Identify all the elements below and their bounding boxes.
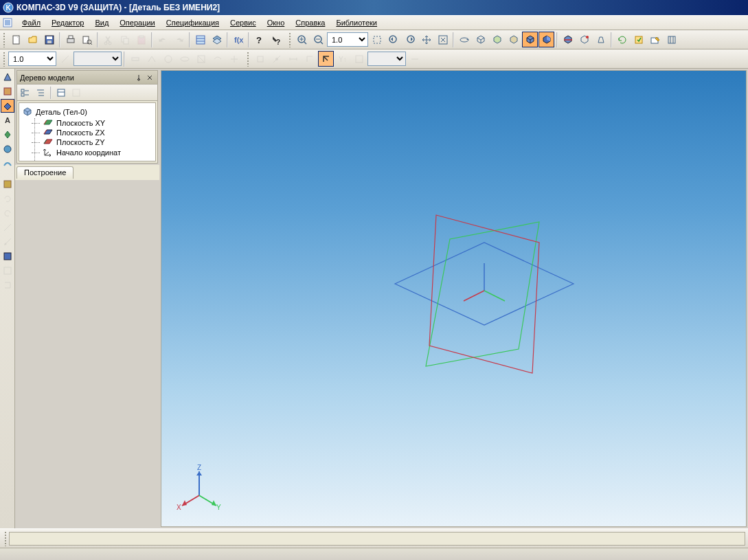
menu-specification[interactable]: Спецификация [161, 17, 225, 28]
zoom-in-button[interactable] [294, 32, 310, 47]
left-tool-8[interactable] [1, 177, 14, 191]
menu-editor[interactable]: Редактор [46, 17, 89, 28]
tool-btn-2[interactable] [127, 51, 143, 67]
iso2-button[interactable] [506, 32, 521, 47]
toolbar-grip-4[interactable] [247, 52, 250, 67]
snap-btn-3[interactable] [285, 51, 301, 67]
left-tool-2[interactable] [1, 85, 14, 98]
zoom-combo[interactable]: 1.0 [327, 32, 368, 47]
left-tool-14[interactable] [1, 264, 14, 278]
toolbar-grip-3[interactable] [3, 52, 6, 67]
menu-libraries[interactable]: Библиотеки [330, 17, 383, 28]
snap-btn-6[interactable] [351, 51, 367, 67]
shade-wireframe-button[interactable] [522, 32, 538, 47]
toolbar-grip[interactable] [3, 32, 6, 47]
rotate-button[interactable] [456, 32, 472, 47]
zoom-next-button[interactable] [402, 32, 418, 47]
print-button[interactable] [63, 32, 78, 47]
orient-button[interactable] [473, 32, 488, 47]
tree-item-plane-zy[interactable]: Плоскость ZY [41, 137, 154, 147]
tree-root-item[interactable]: Деталь (Тел-0) [21, 106, 154, 118]
snap-active-button[interactable] [318, 51, 334, 67]
open-button[interactable] [25, 32, 41, 47]
left-tool-13[interactable] [1, 249, 14, 263]
zoom-window-button[interactable] [369, 32, 385, 47]
simplify-button[interactable] [576, 32, 592, 47]
snap-btn-1[interactable] [252, 51, 268, 67]
tool-btn-7[interactable] [209, 51, 225, 67]
undo-button[interactable] [155, 32, 170, 47]
left-tool-6[interactable] [1, 142, 14, 156]
snap-btn-4[interactable] [302, 51, 317, 67]
save-button[interactable] [41, 32, 57, 47]
menu-file[interactable]: Файл [16, 17, 46, 28]
refresh-button[interactable] [614, 32, 630, 47]
left-tool-15[interactable] [1, 278, 14, 292]
paste-button[interactable] [133, 32, 149, 47]
pan-button[interactable] [418, 32, 434, 47]
status-grip[interactable] [4, 531, 8, 546]
tree-item-origin[interactable]: Начало координат [41, 147, 154, 158]
menu-help[interactable]: Справка [290, 17, 330, 28]
bottom-scroll-bar[interactable] [0, 548, 748, 560]
3d-viewport[interactable]: Z X Y [161, 70, 747, 527]
tree-tab-build[interactable]: Построение [16, 166, 73, 179]
tree-tool-4[interactable] [69, 86, 83, 100]
scale-combo[interactable]: 1.0 [8, 52, 56, 66]
left-tool-7[interactable] [1, 157, 14, 170]
redo-button[interactable] [171, 32, 187, 47]
tool-btn-4[interactable] [160, 51, 176, 67]
tool-btn-6[interactable] [193, 51, 209, 67]
tree-body[interactable]: Деталь (Тел-0) Плоскость XY Плоскость ZX… [19, 102, 156, 161]
snap-btn-2[interactable] [269, 51, 284, 67]
section-button[interactable] [560, 32, 576, 47]
tree-item-plane-xy[interactable]: Плоскость XY [41, 118, 154, 128]
left-tool-1[interactable] [1, 70, 14, 84]
linetype-combo[interactable] [73, 52, 122, 66]
variables-button[interactable]: f(x) [230, 32, 246, 47]
left-tool-9[interactable] [1, 192, 14, 205]
tree-pin-icon[interactable] [134, 73, 144, 82]
iso1-button[interactable] [489, 32, 505, 47]
tree-tool-3[interactable] [54, 86, 68, 100]
toolbar-grip-2[interactable] [288, 32, 292, 47]
tree-tool-2[interactable] [34, 86, 47, 100]
tree-tool-1[interactable] [19, 86, 32, 100]
shade-button[interactable] [539, 32, 554, 47]
snap-btn-7[interactable] [407, 51, 422, 67]
zoom-out-button[interactable] [310, 32, 326, 47]
sketch-button[interactable] [664, 32, 679, 47]
zoom-prev-button[interactable] [385, 32, 401, 47]
tool-btn-3[interactable] [144, 51, 159, 67]
edit-sketch-button[interactable] [647, 32, 663, 47]
left-tool-10[interactable] [1, 206, 14, 220]
menu-view[interactable]: Вид [89, 17, 114, 28]
cut-button[interactable] [100, 32, 116, 47]
left-tool-12[interactable] [1, 235, 14, 249]
tree-item-plane-zx[interactable]: Плоскость ZX [41, 128, 154, 137]
properties-button[interactable] [192, 32, 208, 47]
snap-btn-5[interactable]: Y↑ [335, 51, 350, 67]
menu-window[interactable]: Окно [262, 17, 291, 28]
left-tool-3-active[interactable] [1, 99, 14, 113]
rebuild-button[interactable] [631, 32, 646, 47]
left-tool-4[interactable]: A [1, 113, 14, 127]
svg-point-47 [181, 57, 189, 61]
snap-combo[interactable] [367, 52, 406, 66]
layers-button[interactable] [209, 32, 225, 47]
tool-btn-8[interactable] [226, 51, 242, 67]
tree-close-icon[interactable] [145, 73, 155, 82]
left-tool-5[interactable] [1, 128, 14, 142]
perspective-button[interactable] [593, 32, 609, 47]
preview-button[interactable] [79, 32, 95, 47]
tool-btn-5[interactable] [177, 51, 192, 67]
zoom-fit-button[interactable] [435, 32, 451, 47]
new-button[interactable] [8, 32, 24, 47]
left-tool-11[interactable] [1, 221, 14, 234]
help-button[interactable]: ? [251, 32, 267, 47]
tool-btn-1[interactable] [57, 51, 73, 67]
menu-operations[interactable]: Операции [114, 17, 160, 28]
context-help-button[interactable]: ? [268, 32, 284, 47]
menu-service[interactable]: Сервис [225, 17, 262, 28]
copy-button[interactable] [117, 32, 133, 47]
